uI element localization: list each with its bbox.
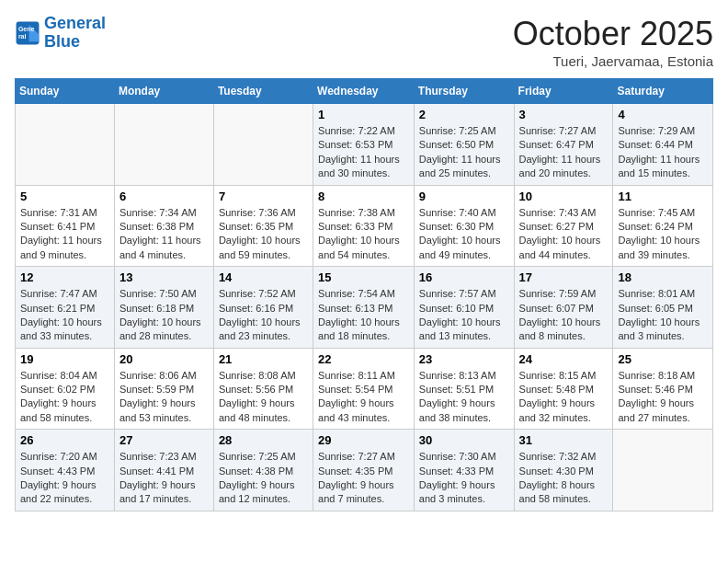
day-info-line: Daylight: 10 hours and 49 minutes. <box>419 235 501 259</box>
day-number: 29 <box>318 433 409 447</box>
day-number: 13 <box>119 270 209 284</box>
day-info-line: Sunset: 6:47 PM <box>519 139 594 150</box>
day-info-line: Sunrise: 7:27 AM <box>519 125 597 136</box>
day-info: Sunrise: 7:22 AMSunset: 6:53 PMDaylight:… <box>318 124 409 181</box>
day-info-line: Sunset: 6:44 PM <box>618 139 692 150</box>
day-info-line: Sunset: 6:10 PM <box>419 303 494 314</box>
day-cell: 19Sunrise: 8:04 AMSunset: 6:02 PMDayligh… <box>16 348 115 430</box>
day-info-line: Sunset: 6:53 PM <box>318 139 392 150</box>
day-cell: 11Sunrise: 7:45 AMSunset: 6:24 PMDayligh… <box>613 185 713 267</box>
day-info-line: Sunrise: 7:20 AM <box>20 451 97 462</box>
day-info: Sunrise: 7:52 AMSunset: 6:16 PMDaylight:… <box>219 287 308 344</box>
day-info-line: Sunrise: 7:30 AM <box>419 451 496 462</box>
day-number: 15 <box>318 270 409 284</box>
day-info-line: Daylight: 10 hours and 3 minutes. <box>618 316 700 341</box>
day-info-line: Daylight: 11 hours and 4 minutes. <box>119 235 201 259</box>
header-friday: Friday <box>514 79 613 104</box>
day-cell: 27Sunrise: 7:23 AMSunset: 4:41 PMDayligh… <box>114 430 213 511</box>
day-cell: 14Sunrise: 7:52 AMSunset: 6:16 PMDayligh… <box>213 267 313 349</box>
day-cell: 2Sunrise: 7:25 AMSunset: 6:50 PMDaylight… <box>414 104 514 186</box>
day-cell: 15Sunrise: 7:54 AMSunset: 6:13 PMDayligh… <box>313 267 415 349</box>
day-info-line: Sunset: 4:30 PM <box>519 465 594 477</box>
day-info-line: Sunset: 6:50 PM <box>419 139 494 150</box>
svg-text:Gene: Gene <box>18 26 35 32</box>
day-number: 31 <box>519 433 609 447</box>
day-cell: 1Sunrise: 7:22 AMSunset: 6:53 PMDaylight… <box>313 104 415 186</box>
day-info: Sunrise: 7:45 AMSunset: 6:24 PMDaylight:… <box>618 206 708 263</box>
day-info-line: Sunset: 6:18 PM <box>119 303 194 314</box>
day-info-line: Daylight: 11 hours and 9 minutes. <box>20 235 102 259</box>
day-cell: 9Sunrise: 7:40 AMSunset: 6:30 PMDaylight… <box>414 185 514 267</box>
day-info-line: Sunrise: 8:18 AM <box>618 370 695 381</box>
day-cell: 12Sunrise: 7:47 AMSunset: 6:21 PMDayligh… <box>16 267 115 349</box>
day-info-line: Daylight: 10 hours and 23 minutes. <box>219 316 301 341</box>
day-info-line: Sunrise: 7:40 AM <box>419 207 496 218</box>
day-number: 9 <box>419 190 509 203</box>
day-info-line: Sunrise: 7:57 AM <box>419 288 496 299</box>
week-row-4: 19Sunrise: 8:04 AMSunset: 6:02 PMDayligh… <box>16 348 713 430</box>
day-cell: 17Sunrise: 7:59 AMSunset: 6:07 PMDayligh… <box>514 267 613 349</box>
day-info: Sunrise: 7:27 AMSunset: 6:47 PMDaylight:… <box>519 124 609 181</box>
day-number: 28 <box>219 433 308 447</box>
day-info: Sunrise: 7:59 AMSunset: 6:07 PMDaylight:… <box>519 287 609 344</box>
days-header-row: SundayMondayTuesdayWednesdayThursdayFrid… <box>16 79 713 104</box>
day-info-line: Daylight: 9 hours and 58 minutes. <box>20 397 97 422</box>
day-info: Sunrise: 7:25 AMSunset: 4:38 PMDaylight:… <box>219 450 308 507</box>
day-cell <box>213 104 313 186</box>
day-cell: 25Sunrise: 8:18 AMSunset: 5:46 PMDayligh… <box>613 348 713 430</box>
day-info-line: Daylight: 11 hours and 25 minutes. <box>419 154 501 178</box>
day-info: Sunrise: 7:25 AMSunset: 6:50 PMDaylight:… <box>419 124 509 181</box>
day-number: 27 <box>119 433 209 447</box>
day-info-line: Sunrise: 7:27 AM <box>318 451 395 462</box>
day-info: Sunrise: 7:32 AMSunset: 4:30 PMDaylight:… <box>519 450 609 507</box>
day-info-line: Daylight: 10 hours and 28 minutes. <box>119 316 201 341</box>
day-info-line: Sunset: 5:54 PM <box>318 384 392 395</box>
day-info-line: Sunset: 6:02 PM <box>20 384 95 395</box>
day-info-line: Sunrise: 7:32 AM <box>519 451 597 462</box>
week-row-2: 5Sunrise: 7:31 AMSunset: 6:41 PMDaylight… <box>16 185 713 267</box>
day-cell: 10Sunrise: 7:43 AMSunset: 6:27 PMDayligh… <box>514 185 613 267</box>
day-info-line: Sunrise: 8:13 AM <box>419 370 496 381</box>
day-info: Sunrise: 7:20 AMSunset: 4:43 PMDaylight:… <box>20 450 109 507</box>
day-info-line: Sunset: 4:35 PM <box>318 465 392 477</box>
day-info-line: Sunrise: 8:08 AM <box>219 370 296 381</box>
day-info-line: Sunset: 6:41 PM <box>20 221 95 232</box>
day-info-line: Daylight: 11 hours and 20 minutes. <box>519 154 601 178</box>
day-number: 24 <box>519 352 609 366</box>
day-info: Sunrise: 8:08 AMSunset: 5:56 PMDaylight:… <box>219 369 308 426</box>
day-number: 19 <box>20 352 109 366</box>
day-cell: 7Sunrise: 7:36 AMSunset: 6:35 PMDaylight… <box>213 185 313 267</box>
day-info-line: Daylight: 11 hours and 15 minutes. <box>618 154 700 178</box>
day-info-line: Sunrise: 7:23 AM <box>119 451 197 462</box>
day-info-line: Sunset: 4:43 PM <box>20 465 95 477</box>
day-cell: 3Sunrise: 7:27 AMSunset: 6:47 PMDaylight… <box>514 104 613 186</box>
day-cell: 26Sunrise: 7:20 AMSunset: 4:43 PMDayligh… <box>16 430 115 511</box>
day-number: 14 <box>219 270 308 284</box>
day-cell: 20Sunrise: 8:06 AMSunset: 5:59 PMDayligh… <box>114 348 213 430</box>
day-cell: 24Sunrise: 8:15 AMSunset: 5:48 PMDayligh… <box>514 348 613 430</box>
header-saturday: Saturday <box>613 79 713 104</box>
day-number: 10 <box>519 190 609 203</box>
day-number: 18 <box>618 270 708 284</box>
day-info-line: Daylight: 10 hours and 18 minutes. <box>318 316 400 341</box>
day-info: Sunrise: 7:34 AMSunset: 6:38 PMDaylight:… <box>119 206 209 263</box>
day-info-line: Sunset: 6:16 PM <box>219 303 293 314</box>
day-info-line: Sunset: 6:13 PM <box>318 303 392 314</box>
day-number: 3 <box>519 108 609 121</box>
day-info-line: Daylight: 9 hours and 38 minutes. <box>419 397 495 422</box>
day-number: 21 <box>219 352 308 366</box>
day-info-line: Daylight: 9 hours and 53 minutes. <box>119 397 196 422</box>
day-info-line: Daylight: 10 hours and 13 minutes. <box>419 316 501 341</box>
day-info-line: Daylight: 9 hours and 3 minutes. <box>419 479 495 504</box>
day-info-line: Sunrise: 7:34 AM <box>119 207 197 218</box>
day-info-line: Sunrise: 7:22 AM <box>318 125 395 136</box>
day-info-line: Sunrise: 8:01 AM <box>618 288 695 299</box>
day-info-line: Sunset: 6:24 PM <box>618 221 692 232</box>
day-cell <box>114 104 213 186</box>
day-number: 23 <box>419 352 509 366</box>
day-info: Sunrise: 8:18 AMSunset: 5:46 PMDaylight:… <box>618 369 708 426</box>
day-cell: 23Sunrise: 8:13 AMSunset: 5:51 PMDayligh… <box>414 348 514 430</box>
header-monday: Monday <box>114 79 213 104</box>
day-info-line: Sunrise: 7:31 AM <box>20 207 97 218</box>
day-number: 4 <box>618 108 708 121</box>
